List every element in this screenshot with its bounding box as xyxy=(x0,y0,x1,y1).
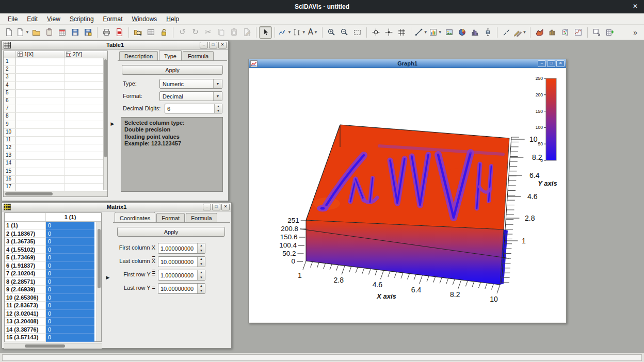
graph1-close-button[interactable]: ✕ xyxy=(556,60,565,67)
matrix1-apply-button[interactable]: Apply xyxy=(117,227,225,237)
matrix-cell[interactable]: 0 xyxy=(46,286,94,294)
matrix-row-label[interactable]: 5 (1.73469) xyxy=(5,254,46,262)
spin-buttons[interactable]: ▲▼ xyxy=(197,270,205,280)
plot-pie-icon[interactable] xyxy=(456,26,469,39)
tab-format[interactable]: Format xyxy=(156,213,185,222)
column-header-1[interactable]: 1[X] xyxy=(16,51,65,58)
table-cell[interactable] xyxy=(65,97,104,105)
plot3d-trajectory-icon[interactable] xyxy=(572,26,585,39)
matrix1-hscroll-thumb[interactable] xyxy=(25,344,65,348)
table-cell[interactable] xyxy=(65,121,104,128)
zoom-out-icon[interactable] xyxy=(338,26,351,39)
table-cell[interactable] xyxy=(65,160,104,167)
graph1-minimize-button[interactable]: – xyxy=(538,60,546,67)
matrix1-panel-splitter[interactable]: ▶ xyxy=(103,212,112,342)
matrix-cell[interactable]: 0 xyxy=(46,318,94,326)
spin-up-icon[interactable]: ▲ xyxy=(215,104,222,109)
table-cell[interactable] xyxy=(16,58,65,65)
column-header-2[interactable]: 2[Y] xyxy=(65,51,104,58)
matrix1-maximize-button[interactable]: □ xyxy=(212,204,220,210)
table1-grid[interactable]: 1[X]2[Y]1234567891011121314151617 xyxy=(3,51,108,197)
table-cell[interactable] xyxy=(16,66,65,73)
type-combobox[interactable]: Numeric ▼ xyxy=(159,79,222,89)
table1-hscrollbar[interactable] xyxy=(4,191,107,196)
matrix-cell[interactable]: 0 xyxy=(46,262,94,270)
toolbar-overflow-button[interactable]: » xyxy=(629,28,641,37)
table-cell[interactable] xyxy=(65,152,104,159)
open-template-icon[interactable] xyxy=(43,26,56,39)
open-project-icon[interactable] xyxy=(30,26,43,39)
table-cell[interactable] xyxy=(65,184,104,191)
table-cell[interactable] xyxy=(16,152,65,159)
spin-down-icon[interactable]: ▼ xyxy=(198,262,205,267)
import-ascii-icon[interactable] xyxy=(56,26,69,39)
matrix-cell[interactable]: 0 xyxy=(46,254,94,262)
table-cell[interactable] xyxy=(16,97,65,105)
graph1-maximize-button[interactable]: □ xyxy=(547,60,555,67)
table-cell[interactable] xyxy=(16,129,65,136)
matrix-row-label[interactable]: 13 (3.20408) xyxy=(5,318,46,326)
matrix-row-label[interactable]: 11 (2.83673) xyxy=(5,302,46,310)
data-reader-icon[interactable] xyxy=(382,26,395,39)
matrix-cell[interactable]: 0 xyxy=(46,222,94,230)
tab-type[interactable]: Type xyxy=(159,50,182,60)
matrix-cell[interactable]: 0 xyxy=(46,326,94,334)
matrix-row-label[interactable]: 1 (1) xyxy=(5,222,46,230)
row-number[interactable]: 14 xyxy=(4,160,16,167)
matrix1-vscrollbar[interactable] xyxy=(96,222,101,341)
table1-close-button[interactable]: ✕ xyxy=(218,42,227,48)
spin-up-icon[interactable]: ▲ xyxy=(198,270,205,275)
spin-down-icon[interactable]: ▼ xyxy=(198,275,205,281)
table-cell[interactable] xyxy=(16,121,65,128)
graph1-titlebar[interactable]: Graph1 – □ ✕ xyxy=(249,59,566,68)
new-window-menu-icon[interactable]: ▼ xyxy=(15,26,30,39)
spin-up-icon[interactable]: ▲ xyxy=(198,284,205,289)
menu-file[interactable]: File xyxy=(3,14,22,24)
row-number[interactable]: 8 xyxy=(4,113,16,120)
matrix-cell[interactable]: 0 xyxy=(46,230,94,238)
matrix-cell[interactable]: 0 xyxy=(46,302,94,310)
table-cell[interactable] xyxy=(65,168,104,175)
row-number[interactable]: 9 xyxy=(4,121,16,128)
plot3d-surface-icon[interactable] xyxy=(533,26,546,39)
table-cell[interactable] xyxy=(65,58,104,65)
plot-histogram-icon[interactable] xyxy=(469,26,481,39)
matrix-row-label[interactable]: 7 (2.10204) xyxy=(5,270,46,278)
table-cell[interactable] xyxy=(16,113,65,120)
table-cell[interactable] xyxy=(65,176,104,183)
menu-scripting[interactable]: Scripting xyxy=(65,14,99,24)
table1-minimize-button[interactable]: – xyxy=(200,42,208,48)
spin-buttons[interactable]: ▲▼ xyxy=(197,284,205,293)
table-cell[interactable] xyxy=(16,90,65,97)
screen-reader-icon[interactable] xyxy=(369,26,382,39)
matrix1-vscroll-thumb[interactable] xyxy=(98,229,101,288)
table-cell[interactable] xyxy=(16,176,65,183)
spin-up-icon[interactable]: ▲ xyxy=(198,257,205,262)
plot-image-icon[interactable] xyxy=(443,26,456,39)
row-number[interactable]: 1 xyxy=(4,58,16,65)
table1-hscroll-thumb[interactable] xyxy=(5,192,53,195)
arrange-layers-icon[interactable] xyxy=(590,26,603,39)
row-number[interactable]: 12 xyxy=(4,144,16,152)
add-text-icon[interactable]: A▼ xyxy=(307,26,319,39)
spin-down-icon[interactable]: ▼ xyxy=(198,289,205,294)
coordinate-field-spinbox[interactable]: 1.000000000▲▼ xyxy=(158,270,205,281)
table-cell[interactable] xyxy=(16,184,65,191)
row-number[interactable]: 5 xyxy=(4,90,16,97)
matrix-row-label[interactable]: 4 (1.55102) xyxy=(5,246,46,254)
row-number[interactable]: 6 xyxy=(4,97,16,105)
plot-vectors-icon[interactable] xyxy=(500,26,513,39)
matrix-row-label[interactable]: 10 (2.65306) xyxy=(5,294,46,302)
corner-header[interactable] xyxy=(4,51,16,58)
table-cell[interactable] xyxy=(65,144,104,152)
table-cell[interactable] xyxy=(65,82,104,89)
matrix-cell[interactable]: 0 xyxy=(46,310,94,318)
matrix-cell[interactable]: 0 xyxy=(46,278,94,286)
matrix-row-label[interactable]: 2 (1.18367) xyxy=(5,230,46,238)
row-number[interactable]: 7 xyxy=(4,105,16,112)
draw-line-icon[interactable]: ▼ xyxy=(414,26,428,39)
matrix-row-label[interactable]: 3 (1.36735) xyxy=(5,238,46,246)
lock-toolbars-icon[interactable] xyxy=(157,26,170,39)
matrix-cell[interactable]: 0 xyxy=(46,270,94,278)
tab-formula[interactable]: Formula xyxy=(186,213,217,222)
